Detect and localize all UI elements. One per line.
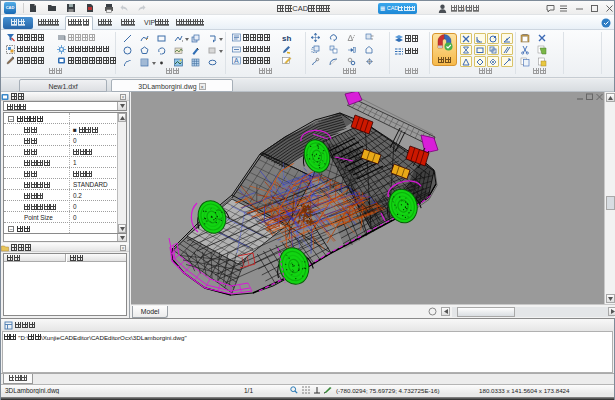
svg-text:sh: sh <box>282 34 291 43</box>
svg-text:A: A <box>234 57 239 64</box>
